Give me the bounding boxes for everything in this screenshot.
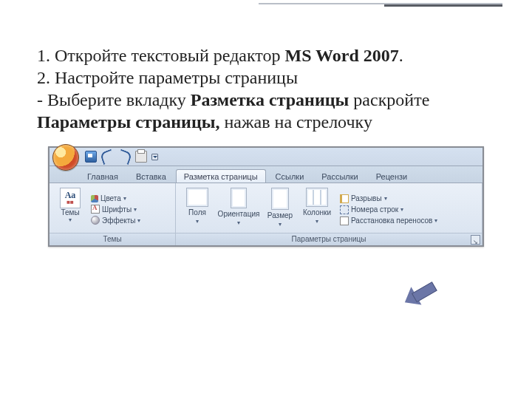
instr-line1-pre: 1. Откройте текстовый редактор [37,46,285,65]
breaks-icon [340,194,349,203]
line-numbers-button[interactable]: Номера строк▾ [338,205,439,215]
colors-icon [91,195,98,202]
instr-line3-mid: раскройте [349,90,429,109]
margins-icon [186,188,208,207]
size-icon [271,188,289,210]
margins-button[interactable]: Поля▾ [180,186,214,233]
tab-mailings[interactable]: Рассылки [313,169,366,183]
arrow-annotation [401,276,439,310]
themes-fonts-button[interactable]: Шрифты▾ [89,204,142,214]
themes-effects-button[interactable]: Эффекты▾ [89,215,142,225]
chevron-down-icon: ▾ [69,216,72,223]
tab-references[interactable]: Ссылки [267,169,313,183]
ribbon-tabs: Главная Вставка Разметка страницы Ссылки… [50,166,482,183]
tab-home[interactable]: Главная [79,169,126,183]
instr-line2: 2. Настройте параметры страницы [37,68,298,87]
orientation-button[interactable]: Ориентация▾ [217,186,260,233]
tab-page-layout[interactable]: Разметка страницы [176,169,266,183]
themes-colors-button[interactable]: Цвета▾ [89,194,142,203]
tab-insert[interactable]: Вставка [128,169,174,183]
hyphenation-button[interactable]: Расстановка переносов▾ [338,216,439,226]
instr-line3-b2: Параметры страницы, [37,112,220,132]
size-button[interactable]: Размер▾ [263,186,297,233]
redo-icon[interactable] [117,149,133,165]
page-setup-dialog-launcher[interactable] [471,235,480,245]
breaks-button[interactable]: Разрывы▾ [338,194,439,204]
instr-line3-b1: Разметка страницы [191,90,349,109]
themes-button[interactable]: Aa■■ Темы ▾ [54,186,86,233]
quick-print-icon[interactable] [135,151,147,163]
orientation-icon [231,188,247,208]
group-themes: Aa■■ Темы ▾ Цвета▾ Шрифты▾ Эффекты▾ Темы [50,183,176,245]
group-themes-title: Темы [103,235,121,243]
instr-line1-post: . [399,46,403,65]
ribbon-body: Aa■■ Темы ▾ Цвета▾ Шрифты▾ Эффекты▾ Темы [50,183,482,245]
columns-button[interactable]: Колонки▾ [300,186,334,233]
qat-customize-icon[interactable] [151,154,158,160]
word-ribbon-screenshot: Главная Вставка Разметка страницы Ссылки… [48,146,484,247]
themes-icon: Aa■■ [60,188,81,208]
quick-access-toolbar [85,151,158,163]
office-button[interactable] [52,144,79,171]
line-numbers-icon [340,205,349,214]
instr-line3-pre: - Выберите вкладку [37,90,191,109]
tab-review[interactable]: Рецензи [368,169,416,183]
save-icon[interactable] [85,151,97,163]
columns-icon [306,188,328,207]
undo-icon[interactable] [100,149,116,165]
instr-line1-bold: MS Word 2007 [285,46,399,65]
group-page-setup-title: Параметры страницы [292,235,366,243]
title-bar [50,148,482,166]
hyphenation-icon [340,216,349,225]
group-page-setup: Поля▾ Ориентация▾ Размер▾ Колонки▾ [176,183,482,245]
fonts-icon [91,205,100,214]
effects-icon [91,216,100,225]
themes-label: Темы [61,208,79,216]
instruction-text: 1. Откройте текстовый редактор MS Word 2… [37,44,495,133]
instr-line3-post: нажав на стрелочку [220,112,372,132]
